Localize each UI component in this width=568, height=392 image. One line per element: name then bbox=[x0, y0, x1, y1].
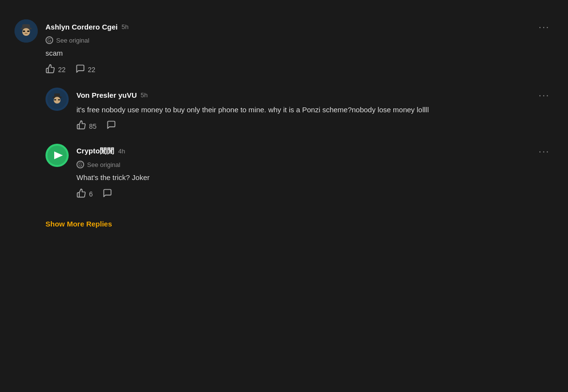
more-options-button[interactable]: ··· bbox=[535, 19, 553, 34]
reply-icon bbox=[75, 64, 85, 76]
svg-point-3 bbox=[22, 28, 30, 36]
svg-rect-6 bbox=[25, 33, 28, 34]
comment-actions: 22 22 bbox=[45, 64, 553, 76]
time-ago: 4h bbox=[118, 148, 125, 155]
author-name: Von Presler yuVU bbox=[76, 91, 137, 99]
comment-header: Von Presler yuVU 5h ··· bbox=[76, 88, 553, 103]
see-original-text: See original bbox=[87, 161, 120, 168]
avatar bbox=[15, 19, 38, 43]
avatar bbox=[45, 88, 69, 111]
comment-actions: 6 bbox=[76, 188, 553, 200]
time-ago: 5h bbox=[121, 23, 128, 30]
time-ago: 5h bbox=[141, 91, 148, 99]
comment-header: Ashlyn Cordero Cgei 5h ··· bbox=[45, 19, 553, 34]
see-original-text: See original bbox=[56, 37, 90, 44]
see-original[interactable]: G See original bbox=[45, 36, 553, 44]
comment-body: Crypto閒閒 4h ··· G See original What's th… bbox=[76, 144, 553, 200]
reply-button[interactable] bbox=[103, 188, 112, 200]
author-name: Ashlyn Cordero Cgei bbox=[45, 23, 118, 31]
reply-item: Von Presler yuVU 5h ··· it's free nobody… bbox=[45, 88, 553, 133]
reply-button[interactable]: 22 bbox=[75, 64, 96, 76]
more-options-button[interactable]: ··· bbox=[535, 88, 553, 103]
more-options-button[interactable]: ··· bbox=[535, 144, 553, 159]
reply-count: 22 bbox=[88, 66, 96, 74]
comment-text: scam bbox=[45, 48, 553, 59]
svg-rect-11 bbox=[54, 99, 56, 101]
comments-section: Ashlyn Cordero Cgei 5h ··· G See origina… bbox=[0, 10, 568, 238]
comment-text: it's free nobody use money to buy only t… bbox=[76, 105, 553, 116]
show-more-replies-button[interactable]: Show More Replies bbox=[45, 220, 112, 228]
translate-icon: G bbox=[45, 36, 53, 44]
like-count: 85 bbox=[89, 122, 97, 130]
reply-icon bbox=[106, 120, 116, 132]
like-button[interactable]: 6 bbox=[76, 188, 93, 200]
like-button[interactable]: 85 bbox=[76, 120, 97, 132]
comment-body: Von Presler yuVU 5h ··· it's free nobody… bbox=[76, 88, 553, 133]
translate-icon: G bbox=[76, 161, 84, 168]
avatar bbox=[45, 144, 69, 167]
svg-rect-4 bbox=[23, 30, 25, 32]
svg-rect-5 bbox=[27, 30, 30, 32]
replies-container: Von Presler yuVU 5h ··· it's free nobody… bbox=[45, 88, 553, 200]
comment-actions: 85 bbox=[76, 120, 553, 132]
reply-button[interactable] bbox=[106, 120, 116, 132]
author-name: Crypto閒閒 bbox=[76, 147, 114, 156]
like-button[interactable]: 22 bbox=[45, 64, 66, 76]
like-count: 22 bbox=[58, 66, 66, 74]
like-icon bbox=[76, 188, 86, 200]
comment-body: Ashlyn Cordero Cgei 5h ··· G See origina… bbox=[45, 19, 553, 76]
reply-icon bbox=[103, 188, 112, 200]
like-count: 6 bbox=[89, 190, 93, 198]
see-original[interactable]: G See original bbox=[76, 161, 553, 168]
like-icon bbox=[76, 120, 86, 132]
comment-text: What's the trick? Joker bbox=[76, 172, 553, 183]
reply-item: Crypto閒閒 4h ··· G See original What's th… bbox=[45, 144, 553, 200]
svg-rect-12 bbox=[58, 99, 60, 101]
like-icon bbox=[45, 64, 55, 76]
comment-item: Ashlyn Cordero Cgei 5h ··· G See origina… bbox=[15, 19, 553, 76]
comment-header: Crypto閒閒 4h ··· bbox=[76, 144, 553, 159]
